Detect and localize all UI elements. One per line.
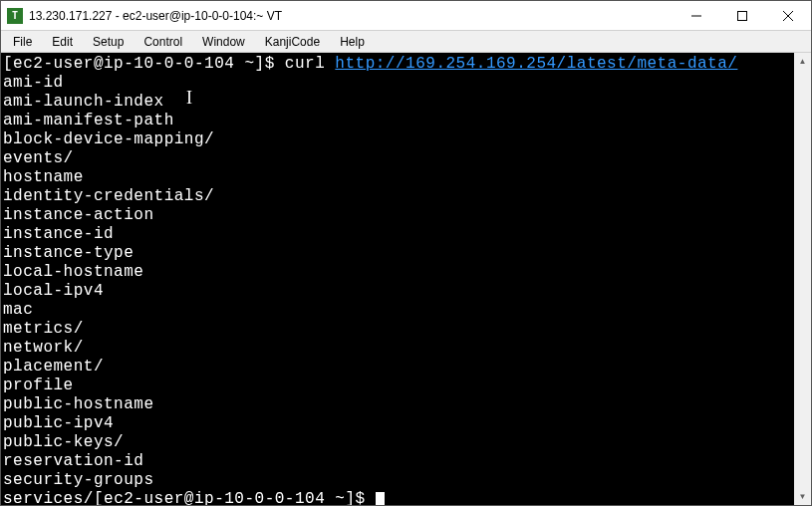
url-link[interactable]: http://169.254.169.254/latest/meta-data/ <box>335 55 737 73</box>
scroll-track[interactable] <box>794 70 811 488</box>
vertical-scrollbar[interactable]: ▲ ▼ <box>794 53 811 505</box>
terminal-area: [ec2-user@ip-10-0-0-104 ~]$ curl http://… <box>1 53 811 505</box>
output-line: public-keys/ <box>3 433 124 451</box>
block-cursor <box>376 492 385 505</box>
output-line: block-device-mapping/ <box>3 130 214 148</box>
menu-bar: File Edit Setup Control Window KanjiCode… <box>1 31 811 53</box>
output-line: instance-id <box>3 225 114 243</box>
output-line: placement/ <box>3 358 104 376</box>
output-line: local-ipv4 <box>3 282 104 300</box>
close-button[interactable] <box>765 1 811 30</box>
menu-window[interactable]: Window <box>192 33 255 51</box>
prompt: [ec2-user@ip-10-0-0-104 ~]$ <box>3 55 285 73</box>
output-line: profile <box>3 377 74 394</box>
scroll-up-button[interactable]: ▲ <box>794 53 811 70</box>
output-line: ami-manifest-path <box>3 112 174 129</box>
output-line: network/ <box>3 339 84 357</box>
output-line: reservation-id <box>3 452 143 470</box>
output-line: local-hostname <box>3 263 143 281</box>
output-line: mac <box>3 301 33 319</box>
menu-file[interactable]: File <box>3 33 42 51</box>
window-controls <box>674 1 811 30</box>
output-line: security-groups <box>3 471 154 489</box>
app-icon: T <box>7 8 23 24</box>
menu-kanjicode[interactable]: KanjiCode <box>255 33 330 51</box>
output-line: ami-launch-index <box>3 93 164 111</box>
output-line: identity-credentials/ <box>3 187 214 205</box>
window-titlebar: T 13.230.171.227 - ec2-user@ip-10-0-0-10… <box>1 1 811 31</box>
output-line: services/ <box>3 490 94 505</box>
minimize-button[interactable] <box>674 1 719 30</box>
command-text: curl <box>285 55 336 73</box>
output-line: instance-action <box>3 206 154 224</box>
output-line: ami-id <box>3 74 64 92</box>
window-title: 13.230.171.227 - ec2-user@ip-10-0-0-104:… <box>29 9 674 23</box>
output-line: public-hostname <box>3 395 154 413</box>
menu-edit[interactable]: Edit <box>42 33 83 51</box>
output-line: events/ <box>3 149 74 167</box>
terminal-content[interactable]: [ec2-user@ip-10-0-0-104 ~]$ curl http://… <box>1 53 794 505</box>
menu-setup[interactable]: Setup <box>83 33 134 51</box>
output-line: public-ipv4 <box>3 414 114 432</box>
output-line: metrics/ <box>3 320 84 338</box>
scroll-down-button[interactable]: ▼ <box>794 488 811 505</box>
svg-rect-1 <box>738 11 747 20</box>
maximize-button[interactable] <box>719 1 765 30</box>
prompt: [ec2-user@ip-10-0-0-104 ~]$ <box>94 490 376 505</box>
output-line: hostname <box>3 168 84 186</box>
output-line: instance-type <box>3 244 134 262</box>
menu-control[interactable]: Control <box>134 33 192 51</box>
menu-help[interactable]: Help <box>330 33 375 51</box>
